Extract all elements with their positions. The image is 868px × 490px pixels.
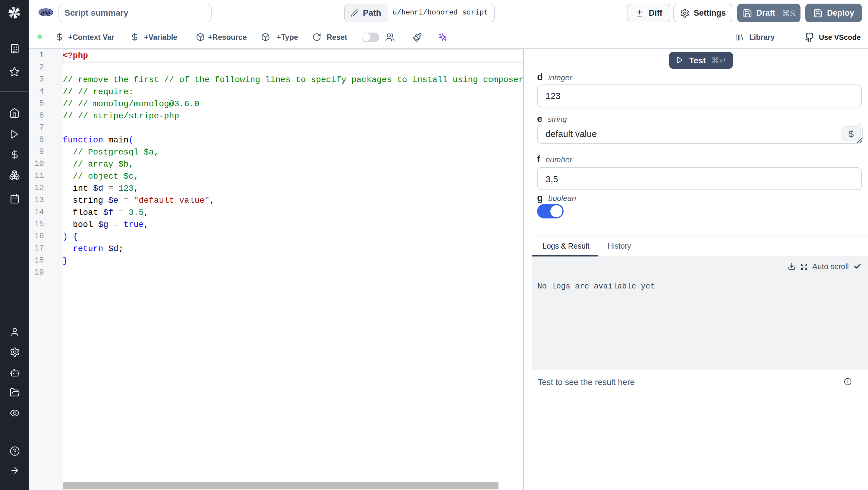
svg-text:php: php [41, 10, 50, 15]
